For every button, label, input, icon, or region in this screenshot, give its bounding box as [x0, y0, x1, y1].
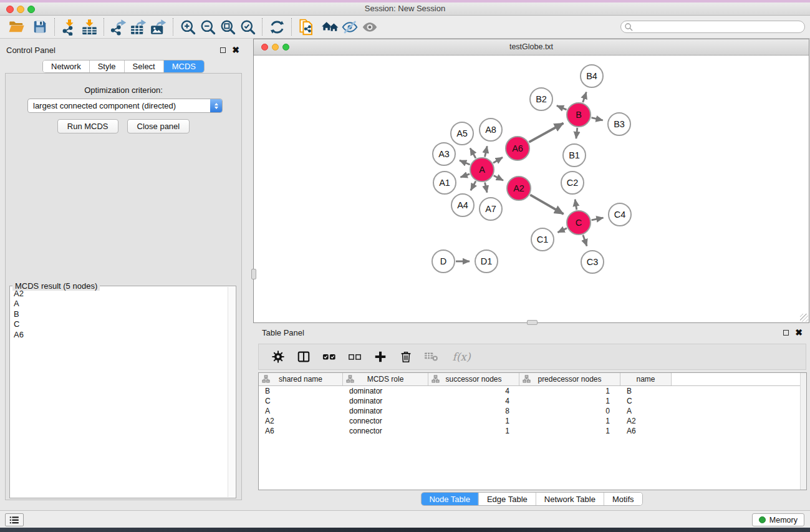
column-header-name[interactable]: name: [620, 373, 672, 385]
table-cell[interactable]: connector: [343, 416, 428, 426]
network-close-button[interactable]: [261, 44, 268, 51]
export-image-button[interactable]: [148, 17, 168, 36]
column-header-shared-name[interactable]: shared name: [259, 373, 343, 385]
close-panel-icon[interactable]: ✖: [232, 47, 239, 53]
edge-A6-B[interactable]: [529, 123, 563, 142]
select-all-rows-button[interactable]: [321, 347, 337, 366]
tab-select[interactable]: Select: [124, 60, 163, 72]
show-all-button[interactable]: [360, 17, 380, 36]
table-scrollbar[interactable]: [800, 373, 806, 490]
tab-network[interactable]: Network: [43, 60, 89, 72]
edge-C-C1[interactable]: [558, 228, 567, 233]
export-network-button[interactable]: [108, 17, 128, 36]
edge-C-C3[interactable]: [583, 235, 587, 246]
new-network-from-selection-button[interactable]: [296, 17, 316, 36]
edge-B-B1[interactable]: [576, 128, 577, 138]
table-cell[interactable]: dominator: [343, 406, 428, 416]
table-cell[interactable]: A: [620, 406, 672, 416]
table-cell[interactable]: dominator: [343, 386, 428, 396]
table-row[interactable]: Cdominator41C: [259, 396, 806, 406]
close-panel-icon[interactable]: ✖: [795, 329, 803, 336]
zoom-in-button[interactable]: [178, 17, 198, 36]
edge-A-A6[interactable]: [493, 157, 503, 163]
task-history-button[interactable]: [5, 513, 24, 526]
table-cell[interactable]: 1: [519, 416, 620, 426]
tab-network-table[interactable]: Network Table: [536, 493, 604, 505]
network-canvas[interactable]: AA1A2A3A4A5A6A7A8BB1B2B3B4CC1C2C3C4DD1: [254, 56, 809, 322]
table-cell[interactable]: 1: [519, 426, 620, 436]
list-item[interactable]: C: [11, 319, 228, 329]
refresh-button[interactable]: [267, 17, 287, 36]
float-panel-icon[interactable]: [783, 330, 789, 336]
close-button[interactable]: [6, 6, 14, 13]
table-cell[interactable]: B: [620, 386, 672, 396]
run-mcds-button[interactable]: Run MCDS: [57, 119, 118, 133]
table-cell[interactable]: 8: [428, 406, 519, 416]
edge-C-C4[interactable]: [592, 218, 604, 220]
split-divider-grip[interactable]: [251, 269, 256, 279]
save-session-button[interactable]: [30, 17, 50, 36]
table-cell[interactable]: C: [259, 396, 343, 406]
table-cell[interactable]: A: [259, 406, 343, 416]
table-cell[interactable]: 1: [519, 396, 620, 406]
table-cell[interactable]: C: [620, 396, 672, 406]
edge-A-A5[interactable]: [470, 148, 476, 158]
import-network-button[interactable]: [59, 17, 79, 36]
function-builder-button[interactable]: f(x): [449, 347, 474, 366]
edge-A-A4[interactable]: [471, 181, 476, 190]
edge-B-B4[interactable]: [583, 92, 587, 103]
tab-edge-table[interactable]: Edge Table: [478, 493, 536, 505]
table-cell[interactable]: 0: [519, 406, 620, 416]
list-item[interactable]: A6: [11, 330, 228, 340]
tab-motifs[interactable]: Motifs: [604, 493, 642, 505]
table-settings-button[interactable]: [270, 347, 286, 366]
zoom-fit-button[interactable]: [218, 17, 238, 36]
table-cell[interactable]: A2: [259, 416, 343, 426]
edge-A-A8[interactable]: [485, 146, 488, 157]
deselect-all-rows-button[interactable]: [347, 347, 363, 366]
table-cell[interactable]: A6: [620, 426, 672, 436]
table-cell[interactable]: 4: [428, 386, 519, 396]
mcds-result-list[interactable]: A2ABCA6: [11, 289, 228, 497]
edge-B-B3[interactable]: [592, 118, 603, 120]
minimize-button[interactable]: [17, 6, 24, 13]
table-cell[interactable]: 1: [428, 426, 519, 436]
list-item[interactable]: A: [11, 299, 228, 309]
hide-selected-button[interactable]: [340, 17, 360, 36]
float-panel-icon[interactable]: [220, 47, 226, 53]
edge-A-A1[interactable]: [461, 174, 470, 177]
table-cell[interactable]: 1: [428, 416, 519, 426]
delete-table-button[interactable]: [423, 347, 440, 366]
tab-node-table[interactable]: Node Table: [421, 493, 478, 505]
tab-style[interactable]: Style: [89, 60, 124, 72]
table-row[interactable]: Adominator80A: [259, 406, 806, 416]
list-item[interactable]: B: [11, 309, 228, 319]
show-home-button[interactable]: [320, 17, 340, 36]
zoom-window-button[interactable]: [27, 6, 35, 13]
criterion-select[interactable]: largest connected component (directed): [27, 99, 223, 113]
close-panel-button[interactable]: Close panel: [127, 119, 190, 133]
open-session-button[interactable]: [6, 17, 26, 36]
edge-A2-C[interactable]: [530, 195, 564, 214]
column-header-successor-nodes[interactable]: successor nodes: [428, 373, 519, 385]
edge-A-A3[interactable]: [460, 160, 470, 165]
edge-B-B2[interactable]: [557, 105, 567, 110]
table-row[interactable]: A2connector11A2: [259, 416, 806, 426]
search-input[interactable]: [634, 22, 804, 32]
edge-C-C2[interactable]: [575, 200, 577, 210]
table-cell[interactable]: B: [259, 386, 343, 396]
table-cell[interactable]: A6: [259, 426, 343, 436]
create-column-button[interactable]: [372, 347, 388, 366]
show-hide-columns-button[interactable]: [296, 347, 312, 366]
table-cell[interactable]: 1: [519, 386, 620, 396]
network-minimize-button[interactable]: [272, 44, 279, 51]
network-zoom-button[interactable]: [282, 44, 289, 51]
table-cell[interactable]: A2: [620, 416, 672, 426]
table-cell[interactable]: 4: [428, 396, 519, 406]
edge-A-A2[interactable]: [494, 176, 503, 181]
zoom-out-button[interactable]: [198, 17, 218, 36]
tab-mcds[interactable]: MCDS: [163, 60, 204, 72]
column-header-predecessor-nodes[interactable]: predecessor nodes: [519, 373, 620, 385]
zoom-selected-button[interactable]: [238, 17, 258, 36]
table-row[interactable]: Bdominator41B: [259, 386, 806, 396]
